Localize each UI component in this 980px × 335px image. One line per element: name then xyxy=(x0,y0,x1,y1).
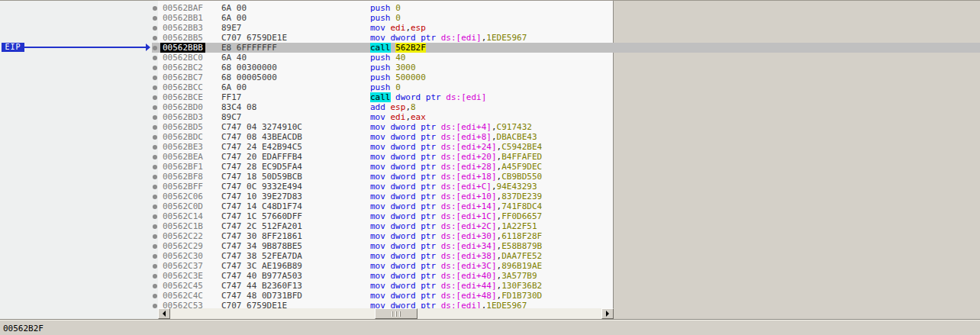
breakpoint-cell xyxy=(152,132,158,142)
instruction-bytes: C747 48 0D731BFD xyxy=(218,291,363,301)
instruction-bytes: C707 6759DE1E xyxy=(218,33,363,43)
breakpoint-dot[interactable] xyxy=(153,36,157,40)
breakpoint-dot[interactable] xyxy=(153,185,157,189)
breakpoint-dot[interactable] xyxy=(153,135,157,140)
disasm-row[interactable]: 00562C1BC747 2C 512FA201mov dword ptr ds… xyxy=(152,221,980,231)
disasm-row[interactable]: 00562BAF6A 00push 0 xyxy=(152,3,980,13)
disasm-row[interactable]: 00562C53C707 6759DE1Emov dword ptr ds:[e… xyxy=(152,301,980,308)
breakpoint-dot[interactable] xyxy=(153,195,157,199)
breakpoint-cell xyxy=(152,182,158,192)
token-num: C5942BE4 xyxy=(501,142,542,152)
breakpoint-dot[interactable] xyxy=(153,85,157,90)
breakpoint-dot[interactable] xyxy=(153,304,157,308)
instruction-address: 00562BCC xyxy=(163,82,203,92)
instruction-text: mov edi,eax xyxy=(363,112,980,122)
token-mem: ds:[edi+20] xyxy=(441,152,497,162)
address-cell: 00562BB1 xyxy=(158,13,218,23)
instruction-bytes: C747 04 3274910C xyxy=(218,122,363,132)
instruction-bytes: C747 08 43BEACDB xyxy=(218,132,363,142)
token-mn: mov dword ptr xyxy=(370,261,441,271)
instruction-text: push 0 xyxy=(363,13,980,23)
instruction-bytes: C747 40 B977A503 xyxy=(218,271,363,281)
breakpoint-dot[interactable] xyxy=(153,26,157,31)
disasm-row[interactable]: 00562BB16A 00push 0 xyxy=(152,13,980,23)
disasm-row[interactable]: 00562C06C747 10 39E27D83mov dword ptr ds… xyxy=(152,192,980,201)
disasm-row[interactable]: 00562BFFC747 0C 9332E494mov dword ptr ds… xyxy=(152,182,980,192)
disasm-row[interactable]: 00562BCC6A 00push 0 xyxy=(152,82,980,92)
breakpoint-dot[interactable] xyxy=(153,145,157,150)
breakpoint-dot[interactable] xyxy=(153,234,157,239)
address-cell: 00562C1B xyxy=(158,221,218,231)
disasm-row[interactable]: 00562C29C747 34 9B878BE5mov dword ptr ds… xyxy=(152,241,980,251)
breakpoint-dot[interactable] xyxy=(153,254,157,259)
breakpoint-dot[interactable] xyxy=(153,205,157,209)
address-cell: 00562C22 xyxy=(158,231,218,241)
disasm-row[interactable]: 00562BCEFF17call dword ptr ds:[edi] xyxy=(152,92,980,102)
debugger-window: EIP 00562BAF6A 00push 000562BB16A 00push… xyxy=(0,0,980,335)
disasm-row[interactable]: 00562BEAC747 20 EDAFFFB4mov dword ptr ds… xyxy=(152,152,980,162)
status-bar: 00562B2F xyxy=(0,319,980,335)
disasm-row[interactable]: 00562C0DC747 14 C48D1F74mov dword ptr ds… xyxy=(152,201,980,211)
instruction-address: 00562BD5 xyxy=(163,122,203,132)
breakpoint-dot[interactable] xyxy=(153,175,157,179)
disasm-row[interactable]: 00562BB389E7mov edi,esp xyxy=(152,23,980,33)
token-mem: ds:[edi+C] xyxy=(441,182,492,192)
disasm-row[interactable]: 00562C30C747 38 52FEA7DAmov dword ptr ds… xyxy=(152,251,980,261)
disasm-row[interactable]: 00562BD389C7mov edi,eax xyxy=(152,112,980,122)
disasm-row-current[interactable]: 00562BBBE8 6FFFFFFFcall 562B2F xyxy=(152,43,980,53)
breakpoint-dot[interactable] xyxy=(153,76,157,80)
disasm-row[interactable]: 00562C45C747 44 B2360F13mov dword ptr ds… xyxy=(152,281,980,291)
instruction-address: 00562BF1 xyxy=(163,162,203,172)
disasm-row[interactable]: 00562BF8C747 18 50D59BCBmov dword ptr ds… xyxy=(152,172,980,182)
breakpoint-dot[interactable] xyxy=(153,16,157,21)
instruction-bytes: E8 6FFFFFFF xyxy=(218,43,363,53)
breakpoint-dot[interactable] xyxy=(153,95,157,100)
instruction-address: 00562C37 xyxy=(163,261,203,271)
disasm-row[interactable]: 00562BC268 00300000push 3000 xyxy=(152,63,980,72)
instruction-address: 00562BC0 xyxy=(163,53,203,63)
disasm-row[interactable]: 00562BD083C4 08add esp,8 xyxy=(152,102,980,112)
breakpoint-dot[interactable] xyxy=(153,66,157,70)
breakpoint-dot[interactable] xyxy=(153,155,157,159)
breakpoint-dot[interactable] xyxy=(153,224,157,229)
instruction-bytes: 68 00005000 xyxy=(218,72,363,82)
disasm-rows: 00562BAF6A 00push 000562BB16A 00push 000… xyxy=(152,1,980,308)
breakpoint-dot[interactable] xyxy=(153,105,157,110)
instruction-text: mov dword ptr ds:[edi+1C],FF0D6657 xyxy=(363,211,980,221)
horizontal-scrollbar[interactable] xyxy=(158,308,614,319)
breakpoint-dot[interactable] xyxy=(153,46,157,50)
disasm-row[interactable]: 00562BC06A 40push 40 xyxy=(152,53,980,63)
breakpoint-dot[interactable] xyxy=(153,125,157,130)
breakpoint-dot[interactable] xyxy=(153,264,157,269)
breakpoint-dot[interactable] xyxy=(153,6,157,11)
breakpoint-dot[interactable] xyxy=(153,214,157,219)
breakpoint-dot[interactable] xyxy=(153,56,157,60)
breakpoint-cell xyxy=(152,63,158,72)
disasm-row[interactable]: 00562C37C747 3C AE196B89mov dword ptr ds… xyxy=(152,261,980,271)
breakpoint-dot[interactable] xyxy=(153,115,157,120)
disasm-row[interactable]: 00562BB5C707 6759DE1Emov dword ptr ds:[e… xyxy=(152,33,980,43)
token-reg: esp xyxy=(391,102,406,112)
instruction-text: mov dword ptr ds:[edi+28],A45F9DEC xyxy=(363,162,980,172)
scrollbar-thumb[interactable] xyxy=(375,308,417,319)
disasm-row[interactable]: 00562C14C747 1C 57660DFFmov dword ptr ds… xyxy=(152,211,980,221)
breakpoint-dot[interactable] xyxy=(153,244,157,249)
disasm-row[interactable]: 00562C3EC747 40 B977A503mov dword ptr ds… xyxy=(152,271,980,281)
instruction-bytes: C747 2C 512FA201 xyxy=(218,221,363,231)
scroll-left-button[interactable] xyxy=(158,308,170,319)
breakpoint-dot[interactable] xyxy=(153,284,157,288)
disasm-row[interactable]: 00562C4CC747 48 0D731BFDmov dword ptr ds… xyxy=(152,291,980,301)
breakpoint-dot[interactable] xyxy=(153,294,157,298)
disasm-row[interactable]: 00562BF1C747 28 EC9D5FA4mov dword ptr ds… xyxy=(152,162,980,172)
disasm-row[interactable]: 00562BC768 00005000push 500000 xyxy=(152,72,980,82)
token-mem: ds:[edi+10] xyxy=(441,192,497,201)
breakpoint-dot[interactable] xyxy=(153,274,157,279)
disasm-row[interactable]: 00562BDCC747 08 43BEACDBmov dword ptr ds… xyxy=(152,132,980,142)
breakpoint-dot[interactable] xyxy=(153,165,157,169)
disasm-row[interactable]: 00562C22C747 30 8FF21861mov dword ptr ds… xyxy=(152,231,980,241)
instruction-address: 00562C29 xyxy=(163,241,203,251)
token-num: 8 xyxy=(411,102,416,112)
disasm-row[interactable]: 00562BD5C747 04 3274910Cmov dword ptr ds… xyxy=(152,122,980,132)
disasm-row[interactable]: 00562BE3C747 24 E42B94C5mov dword ptr ds… xyxy=(152,142,980,152)
scroll-right-button[interactable] xyxy=(601,308,614,319)
